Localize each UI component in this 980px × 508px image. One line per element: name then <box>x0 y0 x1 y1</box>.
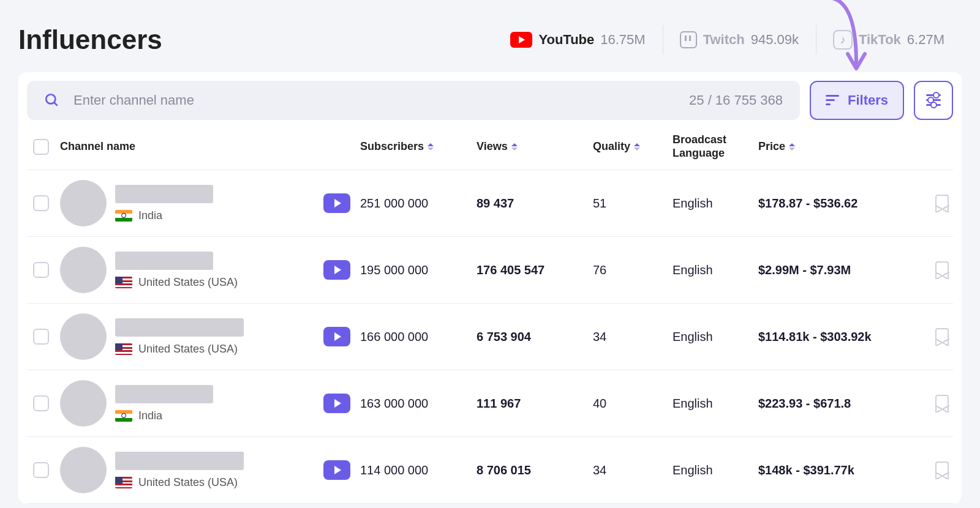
flag-icon <box>115 277 132 288</box>
channel-country: United States (USA) <box>115 343 244 356</box>
language-value: English <box>673 397 758 411</box>
channel-name-redacted <box>115 452 244 470</box>
subscribers-value: 114 000 000 <box>360 463 477 477</box>
avatar <box>60 247 107 293</box>
bookmark-icon[interactable] <box>935 395 949 412</box>
column-language[interactable]: Broadcast Language <box>673 133 758 160</box>
views-value: 176 405 547 <box>477 263 593 277</box>
platform-label: Twitch <box>703 32 745 48</box>
youtube-badge-icon <box>323 327 350 346</box>
flag-icon <box>115 477 132 488</box>
language-value: English <box>673 463 758 477</box>
channel-name-redacted <box>115 385 213 403</box>
bookmark-icon[interactable] <box>935 328 949 345</box>
search-container: 25 / 16 755 368 <box>27 81 800 120</box>
table-header: Channel name Subscribers Views Quality B… <box>27 124 953 170</box>
bookmark-icon[interactable] <box>935 195 949 212</box>
avatar <box>60 447 107 493</box>
views-value: 111 967 <box>477 397 593 411</box>
subscribers-value: 195 000 000 <box>360 263 477 277</box>
table-row: United States (USA) 114 000 000 8 706 01… <box>27 437 953 504</box>
table-row: India 163 000 000 111 967 40 English $22… <box>27 370 953 437</box>
quality-value: 40 <box>593 397 673 411</box>
filter-icon <box>826 95 839 106</box>
channel-cell[interactable]: United States (USA) <box>60 447 323 493</box>
row-checkbox[interactable] <box>33 262 49 278</box>
price-value: $148k - $391.77k <box>758 463 924 477</box>
channel-country: India <box>115 409 213 422</box>
search-results-count: 25 / 16 755 368 <box>689 92 783 108</box>
country-label: India <box>138 409 162 422</box>
table-row: United States (USA) 195 000 000 176 405 … <box>27 237 953 304</box>
sort-icon <box>634 143 640 151</box>
flag-icon <box>115 410 132 422</box>
language-value: English <box>673 330 758 344</box>
channel-country: United States (USA) <box>115 476 244 489</box>
column-subscribers[interactable]: Subscribers <box>360 140 477 153</box>
search-input[interactable] <box>74 92 676 108</box>
price-value: $114.81k - $303.92k <box>758 330 924 344</box>
sort-icon <box>511 143 518 151</box>
quality-value: 34 <box>593 330 673 344</box>
channel-country: India <box>115 209 213 222</box>
tiktok-icon: ♪ <box>833 30 853 50</box>
platform-label: TikTok <box>859 32 901 48</box>
column-channel[interactable]: Channel name <box>60 140 323 153</box>
language-value: English <box>673 263 758 277</box>
row-checkbox[interactable] <box>33 329 49 345</box>
column-quality[interactable]: Quality <box>593 140 673 153</box>
channel-name-redacted <box>115 185 213 203</box>
platform-tabs: YouTube 16.75M Twitch 945.09k ♪ TikTok 6… <box>493 30 962 50</box>
quality-value: 76 <box>593 263 673 277</box>
platform-count: 945.09k <box>751 32 799 48</box>
subscribers-value: 251 000 000 <box>360 196 477 211</box>
sort-icon <box>428 143 434 151</box>
subscribers-value: 166 000 000 <box>360 330 477 344</box>
row-checkbox[interactable] <box>33 195 49 211</box>
channel-cell[interactable]: India <box>60 180 323 226</box>
sliders-icon <box>926 94 941 106</box>
twitch-icon <box>680 31 697 48</box>
platform-tab-youtube[interactable]: YouTube 16.75M <box>493 32 662 48</box>
youtube-badge-icon <box>323 193 350 213</box>
select-all-checkbox[interactable] <box>33 139 49 155</box>
country-label: United States (USA) <box>138 343 238 356</box>
views-value: 8 706 015 <box>477 463 593 477</box>
youtube-icon <box>510 32 532 48</box>
platform-count: 16.75M <box>600 32 645 48</box>
channel-cell[interactable]: India <box>60 380 323 427</box>
settings-button[interactable] <box>914 81 953 120</box>
sort-icon <box>789 143 795 151</box>
quality-value: 51 <box>593 196 673 211</box>
platform-count: 6.27M <box>907 32 944 48</box>
row-checkbox[interactable] <box>33 395 49 411</box>
bookmark-icon[interactable] <box>935 461 949 479</box>
channel-name-redacted <box>115 318 244 337</box>
subscribers-value: 163 000 000 <box>360 397 477 411</box>
filters-button[interactable]: Filters <box>810 81 904 120</box>
platform-tab-twitch[interactable]: Twitch 945.09k <box>663 31 816 48</box>
filters-label: Filters <box>848 92 888 108</box>
channel-cell[interactable]: United States (USA) <box>60 313 323 360</box>
youtube-badge-icon <box>323 260 350 280</box>
table-row: United States (USA) 166 000 000 6 753 90… <box>27 304 953 370</box>
price-value: $223.93 - $671.8 <box>758 397 924 411</box>
svg-line-1 <box>54 102 57 105</box>
column-price[interactable]: Price <box>758 140 924 153</box>
bookmark-icon[interactable] <box>935 261 949 278</box>
quality-value: 34 <box>593 463 673 477</box>
channel-cell[interactable]: United States (USA) <box>60 247 323 293</box>
table-row: India 251 000 000 89 437 51 English $178… <box>27 170 953 237</box>
country-label: India <box>138 209 162 222</box>
column-views[interactable]: Views <box>477 140 593 153</box>
row-checkbox[interactable] <box>33 462 49 478</box>
channel-country: United States (USA) <box>115 276 238 289</box>
price-value: $2.99M - $7.93M <box>758 263 924 277</box>
language-value: English <box>673 196 758 211</box>
flag-icon <box>115 210 132 222</box>
search-icon <box>44 92 60 108</box>
avatar <box>60 180 107 226</box>
platform-tab-tiktok[interactable]: ♪ TikTok 6.27M <box>816 30 962 50</box>
influencers-card: 25 / 16 755 368 Filters Channel name Sub… <box>18 72 962 504</box>
youtube-badge-icon <box>323 394 350 413</box>
